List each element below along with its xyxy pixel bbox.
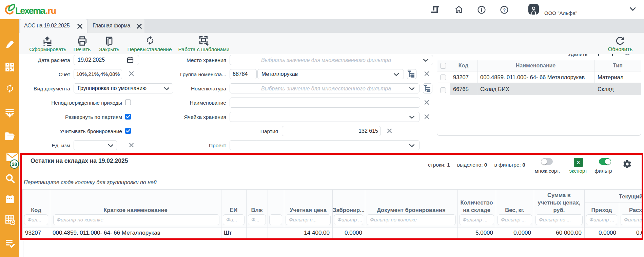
svg-text:.ru: .ru <box>45 6 56 16</box>
svg-text:Lexema: Lexema <box>15 6 46 16</box>
svg-text:?: ? <box>503 7 506 13</box>
